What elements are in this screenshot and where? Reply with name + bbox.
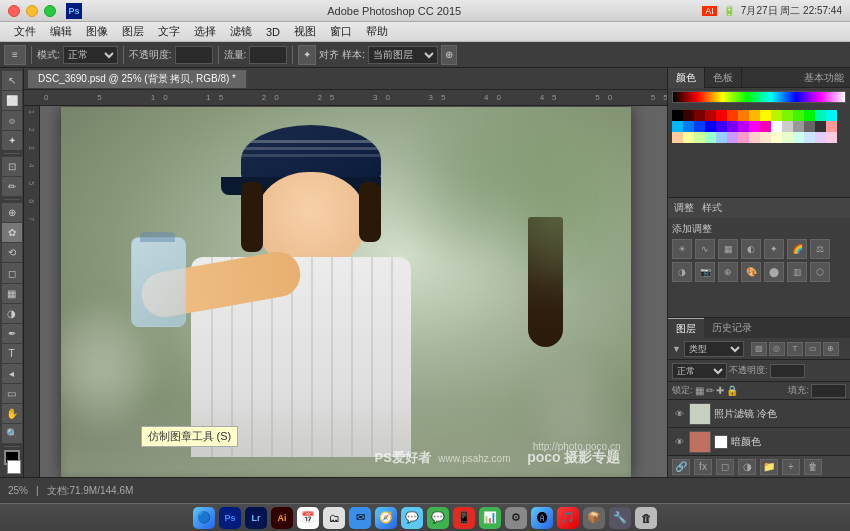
tab-history[interactable]: 历史记录 xyxy=(704,318,760,338)
dock-appstore[interactable]: 🅐 xyxy=(531,507,553,529)
background-color[interactable] xyxy=(7,460,21,473)
filter-text-btn[interactable]: T xyxy=(787,342,803,356)
tool-options-btn[interactable]: ≡ xyxy=(4,45,26,65)
dock-trash[interactable]: 🗑 xyxy=(635,507,657,529)
color-spectrum-bar[interactable] xyxy=(672,91,846,103)
new-group-btn[interactable]: 📁 xyxy=(760,459,778,475)
filter-shape-btn[interactable]: ▭ xyxy=(805,342,821,356)
sample-select[interactable]: 当前图层 xyxy=(368,46,438,64)
color-swatch[interactable] xyxy=(826,121,837,132)
color-swatch[interactable] xyxy=(749,110,760,121)
adj-colorlookup[interactable]: 🎨 xyxy=(741,262,761,282)
color-swatch[interactable] xyxy=(771,121,782,132)
adj-brightness[interactable]: ☀ xyxy=(672,239,692,259)
zoom-tool[interactable]: 🔍 xyxy=(2,424,22,443)
color-swatch[interactable] xyxy=(771,110,782,121)
ignore-adj-btn[interactable]: ⊕ xyxy=(441,45,457,65)
tab-layers[interactable]: 图层 xyxy=(668,318,704,338)
color-swatch[interactable] xyxy=(749,121,760,132)
dock-music[interactable]: 🎵 xyxy=(557,507,579,529)
opacity-input-layer[interactable]: 100% xyxy=(770,364,805,378)
document-tab[interactable]: DSC_3690.psd @ 25% (背景 拷贝, RGB/8) * xyxy=(28,70,247,88)
adj-levels[interactable]: ▦ xyxy=(718,239,738,259)
color-swatch[interactable] xyxy=(771,132,782,143)
menu-select[interactable]: 选择 xyxy=(188,23,222,40)
color-swatch[interactable] xyxy=(815,132,826,143)
adj-threshold[interactable]: ⬡ xyxy=(810,262,830,282)
adj-invert[interactable]: ⬤ xyxy=(764,262,784,282)
crop-tool[interactable]: ⊡ xyxy=(2,157,22,176)
color-swatch[interactable] xyxy=(760,110,771,121)
menu-edit[interactable]: 编辑 xyxy=(44,23,78,40)
color-swatch[interactable] xyxy=(815,121,826,132)
color-swatch[interactable] xyxy=(738,110,749,121)
add-mask-btn[interactable]: ◻ xyxy=(716,459,734,475)
color-swatch[interactable] xyxy=(793,110,804,121)
magic-wand-tool[interactable]: ✦ xyxy=(2,131,22,150)
dock-safari[interactable]: 🧭 xyxy=(375,507,397,529)
color-swatch[interactable] xyxy=(738,121,749,132)
adj-vibrance[interactable]: ✦ xyxy=(764,239,784,259)
color-swatch[interactable] xyxy=(694,132,705,143)
dock-weibo[interactable]: 📱 xyxy=(453,507,475,529)
link-layers-btn[interactable]: 🔗 xyxy=(672,459,690,475)
minimize-button[interactable] xyxy=(26,5,38,17)
menu-3d[interactable]: 3D xyxy=(260,25,286,39)
heal-tool[interactable]: ⊕ xyxy=(2,203,22,222)
color-swatch[interactable] xyxy=(683,110,694,121)
filter-smart-btn[interactable]: ⊕ xyxy=(823,342,839,356)
color-swatch[interactable] xyxy=(694,110,705,121)
color-swatch[interactable] xyxy=(804,132,815,143)
adj-bw[interactable]: ◑ xyxy=(672,262,692,282)
lock-draw[interactable]: ✏ xyxy=(706,385,714,396)
hand-tool[interactable]: ✋ xyxy=(2,404,22,423)
menu-window[interactable]: 窗口 xyxy=(324,23,358,40)
color-swatch[interactable] xyxy=(749,132,760,143)
tab-swatches[interactable]: 色板 xyxy=(705,68,742,88)
color-swatch[interactable] xyxy=(672,132,683,143)
lock-move[interactable]: ✚ xyxy=(716,385,724,396)
layer-type-select[interactable]: 类型 xyxy=(684,341,744,357)
adj-colorbalance[interactable]: ⚖ xyxy=(810,239,830,259)
canvas-wrapper[interactable]: 1 2 3 4 5 6 7 xyxy=(24,106,667,477)
color-swatch[interactable] xyxy=(683,121,694,132)
color-swatch[interactable] xyxy=(738,132,749,143)
color-swatch[interactable] xyxy=(727,121,738,132)
color-swatch[interactable] xyxy=(716,110,727,121)
color-swatch[interactable] xyxy=(804,110,815,121)
move-tool[interactable]: ↖ xyxy=(2,71,22,90)
shape-tool[interactable]: ▭ xyxy=(2,384,22,403)
mode-select[interactable]: 正常 xyxy=(63,46,118,64)
blend-mode-select[interactable]: 正常 xyxy=(672,363,727,379)
filter-pixel-btn[interactable]: ▧ xyxy=(751,342,767,356)
dock-photoshop[interactable]: Ps xyxy=(219,507,241,529)
dock-unknown1[interactable]: 📦 xyxy=(583,507,605,529)
airbrush-btn[interactable]: ✦ xyxy=(298,45,316,65)
gradient-tool[interactable]: ▦ xyxy=(2,284,22,303)
dock-wechat[interactable]: 💬 xyxy=(427,507,449,529)
color-swatch[interactable] xyxy=(705,132,716,143)
traffic-lights[interactable] xyxy=(8,5,56,17)
add-style-btn[interactable]: fx xyxy=(694,459,712,475)
color-swatch[interactable] xyxy=(705,121,716,132)
dodge-tool[interactable]: ◑ xyxy=(2,304,22,323)
color-swatch[interactable] xyxy=(727,110,738,121)
maximize-button[interactable] xyxy=(44,5,56,17)
layer-item[interactable]: 👁暗颜色 xyxy=(668,428,850,455)
color-swatch[interactable] xyxy=(760,132,771,143)
color-swatch[interactable] xyxy=(782,132,793,143)
adj-channelmixer[interactable]: ⊕ xyxy=(718,262,738,282)
layer-visibility-eye[interactable]: 👁 xyxy=(672,407,686,421)
pen-tool[interactable]: ✒ xyxy=(2,324,22,343)
marquee-tool[interactable]: ⬜ xyxy=(2,91,22,110)
dock-charts[interactable]: 📊 xyxy=(479,507,501,529)
color-swatch[interactable] xyxy=(826,110,837,121)
adj-tab[interactable]: 调整 xyxy=(674,201,694,215)
new-layer-btn[interactable]: + xyxy=(782,459,800,475)
color-swatch[interactable] xyxy=(793,121,804,132)
color-swatch[interactable] xyxy=(694,121,705,132)
adj-hsl[interactable]: 🌈 xyxy=(787,239,807,259)
type-tool[interactable]: T xyxy=(2,344,22,363)
layer-visibility-eye[interactable]: 👁 xyxy=(672,435,686,449)
color-swatch[interactable] xyxy=(716,132,727,143)
